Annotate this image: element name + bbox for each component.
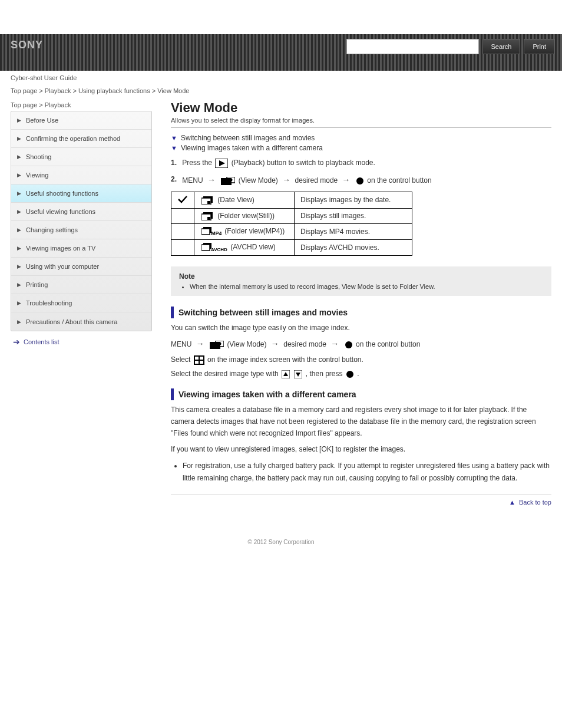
user-guide-link[interactable]: Cyber-shot User Guide: [11, 74, 77, 81]
heading-bar-icon: [171, 388, 174, 400]
chevron-right-icon: ▶: [17, 319, 21, 325]
divider: [171, 127, 551, 128]
page-title: View Mode: [171, 100, 551, 116]
sidebar-item-changing-settings[interactable]: ▶Changing settings: [11, 221, 151, 239]
view-mode-icon: [210, 341, 224, 349]
topbar: SONY Search Print: [0, 34, 562, 71]
svg-point-5: [356, 177, 363, 185]
section-title: Switching between still images and movie…: [178, 308, 348, 317]
svg-rect-11: [207, 217, 210, 220]
arrow-right-icon: →: [282, 175, 290, 185]
index-icon: [194, 355, 204, 365]
list-item: For registration, use a fully charged ba…: [183, 460, 551, 484]
section-body: You can switch the image type easily on …: [171, 322, 551, 380]
sidebar-item-before-use[interactable]: ▶Before Use: [11, 111, 151, 130]
link-label: Back to top: [519, 499, 551, 506]
sidebar-item-useful-shooting[interactable]: ▶Useful shooting functions: [11, 185, 151, 203]
svg-point-20: [219, 342, 222, 345]
svg-rect-24: [200, 357, 203, 360]
default-check-cell: [171, 192, 194, 208]
sidebar-item-printing[interactable]: ▶Printing: [11, 276, 151, 294]
heading-bar-icon: [171, 307, 174, 318]
svg-rect-26: [200, 361, 203, 364]
sidebar-item-label: Troubleshooting: [26, 299, 72, 307]
back-to-top-link[interactable]: ▲ Back to top: [171, 495, 551, 509]
option-label: (AVCHD view): [229, 243, 276, 251]
table-row: AVCHD (AVCHD view) Displays AVCHD movies…: [171, 239, 412, 255]
option-label: (Folder view(Still)): [216, 212, 275, 220]
option-cell: (Date View): [194, 192, 295, 208]
option-label: (Date View): [216, 196, 254, 204]
step-text: (View Mode): [227, 340, 266, 348]
date-view-icon: [201, 196, 214, 205]
sidebar-item-label: Viewing images on a TV: [26, 245, 95, 252]
chevron-right-icon: ▶: [17, 282, 21, 288]
chevron-right-icon: ▶: [17, 117, 21, 123]
up-button-icon: [282, 370, 290, 378]
paragraph: This camera creates a database file in a…: [171, 404, 551, 440]
note-text: When the internal memory is used to reco…: [190, 283, 543, 290]
breadcrumb-link[interactable]: Top page: [11, 87, 37, 94]
anchor-label: Viewing images taken with a different ca…: [181, 144, 323, 152]
sidebar-item-viewing[interactable]: ▶Viewing: [11, 166, 151, 185]
svg-point-21: [345, 341, 352, 348]
chevron-right-icon: ▶: [17, 300, 21, 306]
check-icon: [177, 197, 188, 205]
chevron-right-icon: ▶: [17, 227, 21, 233]
brand-logo: SONY: [11, 39, 43, 51]
sidebar-item-label: Precautions / About this camera: [26, 318, 117, 325]
step-text: desired mode: [295, 176, 338, 185]
contents-list-link[interactable]: ➔ Contents list: [11, 331, 152, 353]
breadcrumb-link[interactable]: Using playback functions: [78, 87, 150, 94]
print-button[interactable]: Print: [524, 39, 555, 54]
option-desc: Displays still images.: [295, 208, 412, 223]
chevron-right-icon: ▶: [17, 263, 21, 269]
step-number: 2.: [171, 173, 180, 185]
section-title: Viewing images taken with a different ca…: [178, 390, 356, 399]
sidebar-item-precautions[interactable]: ▶Precautions / About this camera: [11, 312, 151, 331]
search-input[interactable]: [346, 39, 479, 54]
step-2: 2. MENU → (View Mode) → desired mode → o…: [171, 173, 551, 186]
step-text: on the control button: [356, 340, 420, 348]
sidebar-item-label: Printing: [26, 281, 48, 288]
step-text: on the control button: [367, 176, 431, 185]
triangle-down-icon: ▼: [171, 144, 177, 151]
svg-rect-13: [201, 229, 210, 235]
step-text: Press the: [182, 159, 214, 167]
step-text: , then press: [306, 370, 345, 378]
anchor-link-switching[interactable]: ▼Switching between still images and movi…: [171, 134, 551, 142]
table-row: (Date View) Displays images by the date.: [171, 192, 412, 208]
sidebar-item-tv[interactable]: ▶Viewing images on a TV: [11, 239, 151, 258]
sidebar-item-operation[interactable]: ▶Confirming the operation method: [11, 130, 151, 148]
anchor-link-different-camera[interactable]: ▼Viewing images taken with a different c…: [171, 144, 551, 152]
sidebar-item-useful-viewing[interactable]: ▶Useful viewing functions: [11, 203, 151, 221]
arrow-right-icon: →: [271, 339, 279, 348]
sidebar-item-shooting[interactable]: ▶Shooting: [11, 148, 151, 166]
section-intro: You can switch the image type easily on …: [171, 322, 551, 334]
search-button[interactable]: Search: [482, 39, 521, 54]
table-row: (Folder view(Still)) Displays still imag…: [171, 208, 412, 223]
sidebar-item-troubleshooting[interactable]: ▶Troubleshooting: [11, 294, 151, 312]
svg-text:MP4: MP4: [211, 230, 222, 236]
anchor-label: Switching between still images and movie…: [181, 134, 315, 142]
svg-marker-1: [219, 160, 225, 166]
chevron-right-icon: ▶: [17, 136, 21, 141]
sidebar-item-computer[interactable]: ▶Using with your computer: [11, 258, 151, 276]
options-table: (Date View) Displays images by the date.…: [171, 192, 412, 256]
section-heading-switching: Switching between still images and movie…: [171, 307, 551, 318]
svg-point-31: [346, 371, 353, 378]
sidebar-item-label: Changing settings: [26, 226, 78, 233]
note-box: Note When the internal memory is used to…: [171, 266, 551, 296]
sidebar-item-label: Shooting: [26, 153, 51, 160]
step-text: MENU: [171, 340, 191, 348]
step-text: on the image index screen with the contr…: [207, 355, 363, 364]
breadcrumb-link[interactable]: Top page: [11, 101, 37, 108]
section-heading-different-camera: Viewing images taken with a different ca…: [171, 388, 551, 400]
breadcrumb-current: View Mode: [157, 87, 189, 94]
svg-rect-23: [195, 357, 199, 360]
step-text: .: [357, 370, 359, 378]
step-number: 1.: [171, 157, 180, 169]
triangle-up-icon: ▲: [509, 499, 515, 506]
breadcrumb-link[interactable]: Playback: [45, 87, 71, 94]
note-title: Note: [179, 272, 543, 281]
